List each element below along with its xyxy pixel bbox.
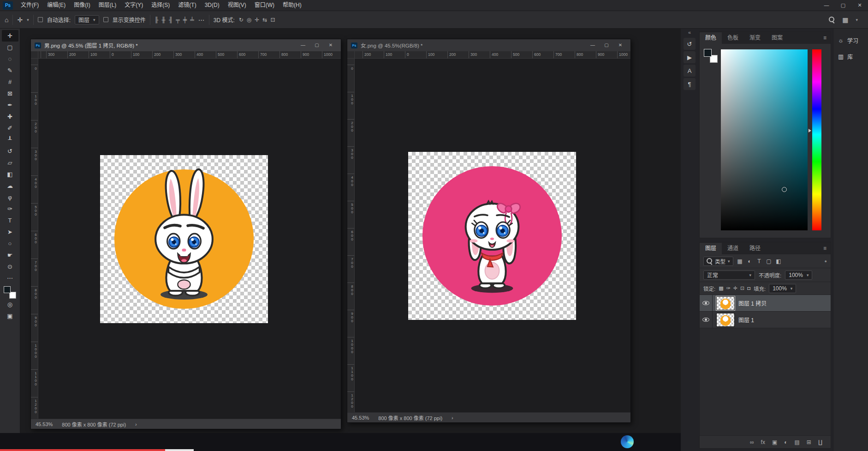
lasso-tool[interactable]: ◌: [2, 53, 18, 65]
maximize-button[interactable]: ▢: [310, 39, 323, 51]
healing-brush-tool[interactable]: ✚: [2, 111, 18, 122]
close-button[interactable]: ✕: [324, 39, 337, 51]
lock-all-icon[interactable]: ◘: [747, 285, 750, 291]
foreground-background-swatches[interactable]: [4, 286, 16, 299]
document-window-female[interactable]: Ps 女.png @ 45.5%(RGB/8) * — ▢ ✕ 20010001…: [347, 39, 631, 423]
canvas-male-rabbit[interactable]: [100, 155, 268, 323]
visibility-cell[interactable]: [700, 312, 713, 328]
menu-item[interactable]: 编辑(E): [43, 0, 70, 11]
paragraph-panel-icon[interactable]: ¶: [684, 78, 696, 90]
foreground-color-swatch[interactable]: [4, 286, 11, 293]
show-transform-checkbox[interactable]: [103, 17, 108, 22]
blur-tool[interactable]: ☁: [2, 180, 18, 192]
edit-toolbar-icon[interactable]: ⋯: [2, 272, 18, 284]
eyedropper-tool[interactable]: ✒: [2, 99, 18, 111]
gradient-tool[interactable]: ◧: [2, 168, 18, 180]
quick-selection-tool[interactable]: ✎: [2, 65, 18, 76]
tab-layers[interactable]: 图层: [700, 243, 722, 254]
menu-item[interactable]: 图层(L): [95, 0, 121, 11]
crop-tool[interactable]: #: [2, 76, 18, 88]
marquee-tool[interactable]: ▢: [2, 42, 18, 53]
lock-pixels-icon[interactable]: ✑: [726, 285, 731, 291]
layer-row[interactable]: 图层 1 拷贝: [700, 295, 831, 312]
foreground-color-swatch[interactable]: [704, 49, 712, 57]
lock-transparency-icon[interactable]: ▩: [719, 285, 723, 291]
tab-channels[interactable]: 通道: [722, 243, 744, 254]
align-top-icon[interactable]: ╤: [176, 17, 180, 23]
filter-type-layers-icon[interactable]: T: [755, 258, 763, 265]
chevron-down-icon[interactable]: ▾: [27, 18, 29, 22]
visibility-cell[interactable]: [700, 295, 713, 311]
align-middle-icon[interactable]: ╪: [183, 17, 187, 23]
layer-filter-dropdown[interactable]: 类型 ▾: [703, 257, 733, 266]
menu-item[interactable]: 帮助(H): [279, 0, 306, 11]
menu-item[interactable]: 文件(F): [17, 0, 43, 11]
filter-toggle-icon[interactable]: ●: [825, 259, 827, 264]
menu-item[interactable]: 3D(D): [201, 0, 224, 11]
hue-marker-icon[interactable]: [809, 129, 811, 132]
frame-tool[interactable]: ⊠: [2, 88, 18, 99]
tab-color[interactable]: 颜色: [700, 32, 722, 44]
blend-mode-dropdown[interactable]: 正常 ▾: [703, 271, 755, 280]
zoom-tool[interactable]: ⊙: [2, 261, 18, 272]
zoom-level[interactable]: 45.53%: [352, 415, 369, 421]
type-tool[interactable]: T: [2, 215, 18, 226]
layer-effects-icon[interactable]: fx: [761, 439, 765, 445]
active-tool-icon[interactable]: ✛: [17, 17, 23, 23]
search-icon[interactable]: [829, 17, 835, 23]
link-layers-icon[interactable]: ∞: [750, 439, 754, 445]
align-right-icon[interactable]: ╢: [169, 17, 173, 23]
maximize-button[interactable]: ▢: [600, 39, 613, 51]
close-button[interactable]: ✕: [851, 0, 868, 11]
color-cursor[interactable]: [782, 187, 787, 192]
adjustment-layer-icon[interactable]: ◐: [784, 439, 787, 445]
tab-gradients[interactable]: 渐变: [744, 32, 766, 44]
document-window-male[interactable]: Ps 男.png @ 45.5% (图层 1 拷贝, RGB/8) * — ▢ …: [30, 39, 341, 429]
fill-dropdown[interactable]: 100% ▾: [769, 284, 796, 293]
collapse-panels-icon[interactable]: «: [688, 30, 691, 35]
document-titlebar[interactable]: Ps 女.png @ 45.5%(RGB/8) * — ▢ ✕: [347, 39, 630, 51]
align-bottom-icon[interactable]: ╧: [190, 17, 194, 23]
character-panel-icon[interactable]: A: [684, 65, 696, 77]
3d-roll-icon[interactable]: ◎: [247, 17, 251, 23]
delete-layer-icon[interactable]: ∐: [818, 439, 822, 445]
brush-tool[interactable]: ✐: [2, 122, 18, 134]
menu-item[interactable]: 滤镜(T): [174, 0, 200, 11]
canvas-female-rabbit[interactable]: [408, 152, 576, 320]
new-group-icon[interactable]: ▤: [795, 439, 800, 445]
minimize-button[interactable]: —: [297, 39, 309, 51]
filter-adjustment-layers-icon[interactable]: ◐: [746, 258, 754, 265]
auto-select-checkbox[interactable]: [38, 17, 43, 22]
layer-name[interactable]: 图层 1 拷贝: [738, 299, 767, 307]
menu-item[interactable]: 文字(Y): [120, 0, 147, 11]
3d-rotate-icon[interactable]: ↻: [239, 17, 244, 23]
learn-button[interactable]: ☼ 学习: [833, 32, 868, 48]
layer-thumbnail[interactable]: [716, 296, 735, 310]
workspace-switcher-icon[interactable]: ▦: [842, 17, 848, 23]
panel-menu-icon[interactable]: ≡: [819, 32, 831, 44]
lock-artboard-icon[interactable]: ⊡: [740, 285, 744, 291]
clone-stamp-tool[interactable]: ┸: [2, 134, 18, 145]
layer-name[interactable]: 图层 1: [738, 316, 754, 324]
foreground-background-swatches[interactable]: [704, 49, 718, 63]
menu-item[interactable]: 选择(S): [147, 0, 174, 11]
opacity-dropdown[interactable]: 100% ▾: [785, 271, 812, 280]
tab-paths[interactable]: 路径: [744, 243, 766, 254]
home-icon[interactable]: ⌂: [5, 17, 8, 23]
hand-tool[interactable]: ☛: [2, 249, 18, 261]
eye-icon[interactable]: [702, 301, 709, 305]
shape-tool[interactable]: ○: [2, 238, 18, 249]
history-brush-tool[interactable]: ↺: [2, 145, 18, 157]
filter-pixel-layers-icon[interactable]: ▦: [736, 258, 744, 265]
layer-mask-icon[interactable]: ▣: [772, 439, 777, 445]
document-titlebar[interactable]: Ps 男.png @ 45.5% (图层 1 拷贝, RGB/8) * — ▢ …: [31, 39, 341, 51]
3d-scale-icon[interactable]: ⊡: [270, 17, 275, 23]
quick-mask-icon[interactable]: ◎: [2, 299, 18, 310]
tab-patterns[interactable]: 图案: [766, 32, 788, 44]
zoom-level[interactable]: 45.53%: [36, 421, 53, 427]
eye-icon[interactable]: [702, 318, 709, 322]
layer-thumbnail[interactable]: [716, 313, 735, 327]
more-options-icon[interactable]: ⋯: [198, 17, 205, 23]
align-left-icon[interactable]: ╟: [155, 17, 159, 23]
pen-tool[interactable]: ✑: [2, 203, 18, 215]
